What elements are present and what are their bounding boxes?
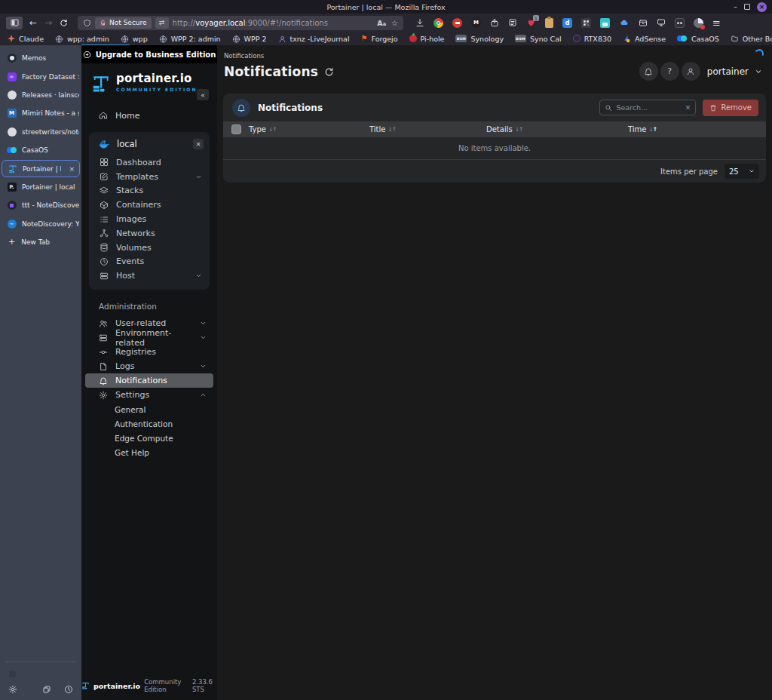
bookmark-wpp-2-admin[interactable]: WPP 2: admin [159,35,221,43]
bookmark-wpp[interactable]: wpp [121,35,148,43]
red-extension-icon[interactable] [452,18,462,28]
bookmark-claude[interactable]: Claude [8,35,44,43]
sidebar-subitem-general[interactable]: General [81,402,217,416]
sidebar-item-volumes[interactable]: Volumes [89,241,210,255]
tab-collections-icon[interactable] [42,685,51,694]
sidebar-item-settings[interactable]: Settings [81,388,217,402]
sidebar-item-networks[interactable]: Networks [89,226,210,241]
bookmark-wpp-admin[interactable]: wpp: admin [55,35,109,43]
sidebar-subitem-authentication[interactable]: Authentication [81,416,217,431]
close-window-icon[interactable]: × [757,2,767,12]
bookmark-forgejo[interactable]: ⚑Forgejo [361,35,398,43]
pie-chart-icon[interactable] [694,18,703,28]
clear-search-icon[interactable]: ✕ [685,104,691,112]
back-icon[interactable]: ← [26,16,41,29]
bookmark-star-icon[interactable]: ☆ [391,19,398,27]
not-secure-badge[interactable]: Not Secure [95,17,152,29]
monica-icon[interactable]: M [471,18,481,28]
select-all-checkbox[interactable] [231,124,241,134]
close-environment-icon[interactable]: ✕ [193,139,204,149]
sidebar-tab-releases-lainsce-n[interactable]: Releases · lainsce/n [0,86,81,104]
collapse-sidebar-button[interactable]: « [197,89,209,100]
sidebar-item-containers[interactable]: Containers [89,198,210,212]
sidebar-item-home[interactable]: Home [81,107,217,124]
clipboard-icon[interactable] [545,18,553,28]
d-extension-icon[interactable]: d [562,18,572,28]
display-icon[interactable] [657,18,666,27]
sidebar-subitem-edge-compute[interactable]: Edge Compute [81,431,217,445]
chevron-down-icon[interactable] [755,68,762,75]
search-input[interactable] [616,103,681,112]
history-clock-icon[interactable] [64,685,73,694]
upgrade-banner[interactable]: Upgrade to Business Edition [81,45,217,63]
sidebar-item-notifications[interactable]: Notifications [85,373,213,388]
permissions-icon[interactable]: ⇄ [155,17,169,29]
other-bookmarks[interactable]: Other Bookmarks [731,35,772,43]
sidebar-subitem-get-help[interactable]: Get Help [81,445,217,459]
sidebar-item-templates[interactable]: Templates [89,170,210,184]
close-tab-icon[interactable]: × [66,165,77,173]
settings-gear-icon[interactable] [8,685,17,694]
new-tab-button[interactable]: + New Tab [0,233,81,251]
remove-button[interactable]: Remove [703,100,758,116]
qr-code-icon[interactable] [581,18,591,28]
cloud-icon[interactable] [619,18,630,27]
bookmark-pi-hole[interactable]: Pi-hole [409,35,445,43]
column-header-details[interactable]: Details↓↑ [486,125,628,134]
sidebar-tab-portainer-local[interactable]: Portainer | local× [2,160,80,177]
bookmark-synology[interactable]: DSMSynology [455,35,504,43]
minimize-icon[interactable]: – [734,5,737,9]
forward-icon[interactable]: → [41,16,56,29]
user-avatar[interactable] [682,62,700,81]
breadcrumb[interactable]: Notifications [224,52,264,60]
url-bar[interactable]: Not Secure ⇄ http://voyager.local:9000/#… [78,16,403,30]
sidebar-item-environment-related[interactable]: Environment-related [81,330,217,345]
sidebar-item-images[interactable]: Images [89,212,210,226]
shield-icon[interactable] [83,19,91,27]
sidebar-item-dashboard[interactable]: Dashboard [89,155,210,170]
sidebar-tab-casaos[interactable]: CasaOS [0,141,81,159]
bookmark-syno-cal[interactable]: DSMSyno Cal [515,35,562,43]
refresh-icon[interactable] [324,67,334,77]
sidebar-tab-memos[interactable]: Memos [0,49,81,67]
environment-header[interactable]: local ✕ [89,132,210,155]
help-button[interactable]: ? [660,62,679,81]
column-header-time[interactable]: Time↓↑ [628,125,766,134]
health-heart-icon[interactable]: 1 [526,18,536,27]
sidebar-item-logs[interactable]: Logs [81,359,217,373]
sidebar-item-events[interactable]: Events [89,255,210,269]
sidebar-tab-mimiri-notes-a-sec[interactable]: MMimiri Notes - a sec [0,104,81,122]
sidebar-tab-streetwriters-notes[interactable]: streetwriters/notes [0,123,81,141]
download-icon[interactable] [415,18,424,27]
bookmark-casaos[interactable]: CasaOS [677,35,719,43]
archive-box-icon[interactable] [639,18,648,27]
sidebar-toggle-icon[interactable] [6,17,23,29]
search-box[interactable]: ✕ [599,100,696,115]
maximize-icon[interactable] [744,4,750,10]
sidebar-item-registries[interactable]: Registries [81,345,217,359]
username-label[interactable]: portainer [707,66,749,77]
sidebar-tab-notediscovery-you[interactable]: ~NoteDiscovery: You [0,215,81,233]
sidebar-tab-portainer-local[interactable]: P.Portainer | local [0,178,81,196]
bookmark-rtx830[interactable]: RTX830 [573,35,611,43]
widget-bell-icon [232,99,250,117]
column-header-type[interactable]: Type↓↑ [249,125,369,134]
items-per-page-select[interactable]: 25 [725,164,759,179]
sidebar-item-stacks[interactable]: Stacks [89,184,210,198]
sidebar-tab-ttt-notediscovery[interactable]: ttt - NoteDiscovery [0,196,81,214]
reader-icon[interactable] [508,18,517,27]
dots-box-icon[interactable] [675,18,685,28]
floppy-icon[interactable] [600,18,610,28]
column-header-title[interactable]: Title↓↑ [369,125,486,134]
sidebar-tab-factory-dataset-o[interactable]: ∞Factory Dataset > O [0,67,81,85]
reload-icon[interactable] [56,16,71,29]
translate-icon[interactable]: Aa [377,19,386,27]
chrome-colored-icon[interactable] [433,18,443,28]
menu-icon[interactable]: ≡ [712,18,721,28]
notifications-bell-button[interactable] [639,62,658,81]
bookmark-adsense[interactable]: AdSense [623,35,666,43]
sidebar-item-host[interactable]: Host [89,269,210,283]
bookmark-wpp-2[interactable]: WPP 2 [232,35,267,43]
bookmark-txnz-livejournal[interactable]: txnz -LiveJournal [278,35,350,43]
share-icon[interactable] [490,18,499,27]
